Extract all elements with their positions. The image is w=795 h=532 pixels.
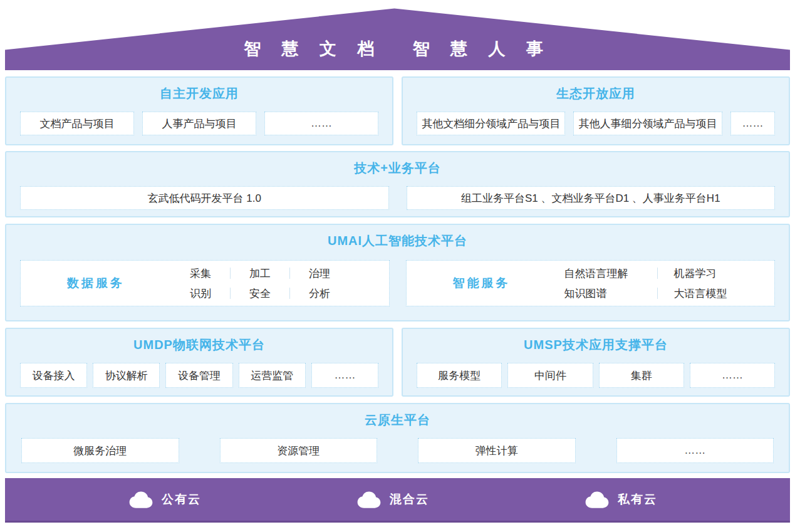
section-title: 自主开发应用 xyxy=(20,85,378,102)
cloud-group-hybrid: 混合云 xyxy=(356,491,429,509)
roof-label-smart-hr: 智 慧 人 事 xyxy=(413,41,552,58)
tech-business-row: 技术+业务平台 玄武低代码开发平台 1.0 组工业务平台S1 、文档业务平台D1… xyxy=(5,151,790,217)
architecture-diagram: 智 慧 文 档 智 慧 人 事 自主开发应用 文档产品与项目 人事产品与项目 …… xyxy=(0,0,795,532)
platform-item-more: …… xyxy=(730,112,775,135)
intelligent-service-box: 智能服务 自然语言理解 机器学习 知识图谱 大语言模型 xyxy=(406,260,776,306)
data-service-grid: 采集 加工 治理 识别 安全 分析 xyxy=(171,266,349,301)
service-cell: 知识图谱 xyxy=(557,286,657,301)
item-list: 服务模型 中间件 集群 …… xyxy=(417,363,775,388)
service-box-list: 数据服务 采集 加工 治理 识别 安全 xyxy=(20,260,775,306)
platform-item: 中间件 xyxy=(507,363,593,388)
item-list: 其他文档细分领域产品与项目 其他人事细分领域产品与项目 …… xyxy=(417,112,775,135)
platform-item-more: …… xyxy=(311,363,378,388)
roof-label-smart-docs: 智 慧 文 档 xyxy=(244,41,383,58)
umai-row: UMAI人工智能技术平台 数据服务 采集 加工 治理 识别 xyxy=(5,224,790,321)
cloud-group-private: 私有云 xyxy=(584,491,657,509)
service-cell: 机器学习 xyxy=(658,266,752,281)
intelligent-service-grid: 自然语言理解 机器学习 知识图谱 大语言模型 xyxy=(557,266,752,301)
service-line: 知识图谱 大语言模型 xyxy=(557,286,752,301)
item-list: 文档产品与项目 人事产品与项目 …… xyxy=(20,112,378,135)
platform-item: 其他文档细分领域产品与项目 xyxy=(417,112,565,135)
service-cell: 分析 xyxy=(290,286,349,301)
platform-item: 协议解析 xyxy=(93,363,160,388)
platform-item: 资源管理 xyxy=(220,438,378,463)
service-line: 采集 加工 治理 xyxy=(171,266,349,281)
item-list: 玄武低代码开发平台 1.0 组工业务平台S1 、文档业务平台D1 、人事业务平台… xyxy=(20,186,775,210)
cloud-label: 混合云 xyxy=(390,491,429,508)
data-service-box: 数据服务 采集 加工 治理 识别 安全 xyxy=(20,260,390,306)
section-title: 生态开放应用 xyxy=(417,85,775,102)
platform-item: 组工业务平台S1 、文档业务平台D1 、人事业务平台H1 xyxy=(407,186,776,210)
platform-item: 其他人事细分领域产品与项目 xyxy=(573,112,722,135)
platform-item: 集群 xyxy=(599,363,684,388)
section-title: 云原生平台 xyxy=(20,412,775,428)
section-umsp-platform: UMSP技术应用支撑平台 服务模型 中间件 集群 …… xyxy=(402,328,790,397)
section-umdp-platform: UMDP物联网技术平台 设备接入 协议解析 设备管理 运营监管 …… xyxy=(5,328,393,397)
cloud-group-public: 公有云 xyxy=(128,491,201,509)
intelligent-service-label: 智能服务 xyxy=(407,275,557,291)
service-cell: 大语言模型 xyxy=(658,286,752,301)
section-title: UMAI人工智能技术平台 xyxy=(20,232,775,249)
platform-item: 运营监管 xyxy=(239,363,306,388)
platform-item: 人事产品与项目 xyxy=(142,112,256,135)
service-cell: 加工 xyxy=(231,266,289,281)
section-umai-platform: UMAI人工智能技术平台 数据服务 采集 加工 治理 识别 xyxy=(5,224,790,321)
cloud-label: 公有云 xyxy=(162,491,201,508)
footer-cloud-bar: 公有云 混合云 私有云 xyxy=(5,478,790,523)
service-line: 识别 安全 分析 xyxy=(171,286,349,301)
roof-banner: 智 慧 文 档 智 慧 人 事 xyxy=(5,0,790,70)
section-title: 技术+业务平台 xyxy=(20,160,775,176)
cloud-label: 私有云 xyxy=(618,491,657,508)
service-cell: 安全 xyxy=(231,286,289,301)
platform-item-more: …… xyxy=(690,363,775,388)
item-list: 微服务治理 资源管理 弹性计算 …… xyxy=(20,438,775,463)
umdp-umsp-row: UMDP物联网技术平台 设备接入 协议解析 设备管理 运营监管 …… UMSP技… xyxy=(5,328,790,397)
section-title: UMSP技术应用支撑平台 xyxy=(417,336,775,353)
platform-item: 设备管理 xyxy=(165,363,232,388)
cloud-icon xyxy=(356,491,382,509)
service-cell: 治理 xyxy=(290,266,349,281)
platform-item: 文档产品与项目 xyxy=(20,112,134,135)
service-line: 自然语言理解 机器学习 xyxy=(557,266,752,281)
service-cell: 自然语言理解 xyxy=(557,266,657,281)
item-list: 设备接入 协议解析 设备管理 运营监管 …… xyxy=(20,363,378,388)
service-cell: 采集 xyxy=(171,266,230,281)
platform-item: 设备接入 xyxy=(20,363,87,388)
section-tech-business-platform: 技术+业务平台 玄武低代码开发平台 1.0 组工业务平台S1 、文档业务平台D1… xyxy=(5,151,790,217)
section-eco-open-apps: 生态开放应用 其他文档细分领域产品与项目 其他人事细分领域产品与项目 …… xyxy=(402,76,790,145)
cloud-native-row: 云原生平台 微服务治理 资源管理 弹性计算 …… xyxy=(5,403,790,473)
section-self-developed-apps: 自主开发应用 文档产品与项目 人事产品与项目 …… xyxy=(5,76,393,145)
cloud-icon xyxy=(128,491,154,509)
service-cell: 识别 xyxy=(171,286,230,301)
platform-item: 弹性计算 xyxy=(418,438,576,463)
section-cloud-native-platform: 云原生平台 微服务治理 资源管理 弹性计算 …… xyxy=(5,403,790,473)
applications-row: 自主开发应用 文档产品与项目 人事产品与项目 …… 生态开放应用 其他文档细分领… xyxy=(5,76,790,145)
platform-item: 玄武低代码开发平台 1.0 xyxy=(20,186,389,210)
platform-item-more: …… xyxy=(616,438,774,463)
platform-item-more: …… xyxy=(264,112,378,135)
section-title: UMDP物联网技术平台 xyxy=(20,336,378,353)
platform-item: 服务模型 xyxy=(417,363,502,388)
cloud-icon xyxy=(584,491,610,509)
data-service-label: 数据服务 xyxy=(21,275,171,291)
platform-item: 微服务治理 xyxy=(21,438,179,463)
